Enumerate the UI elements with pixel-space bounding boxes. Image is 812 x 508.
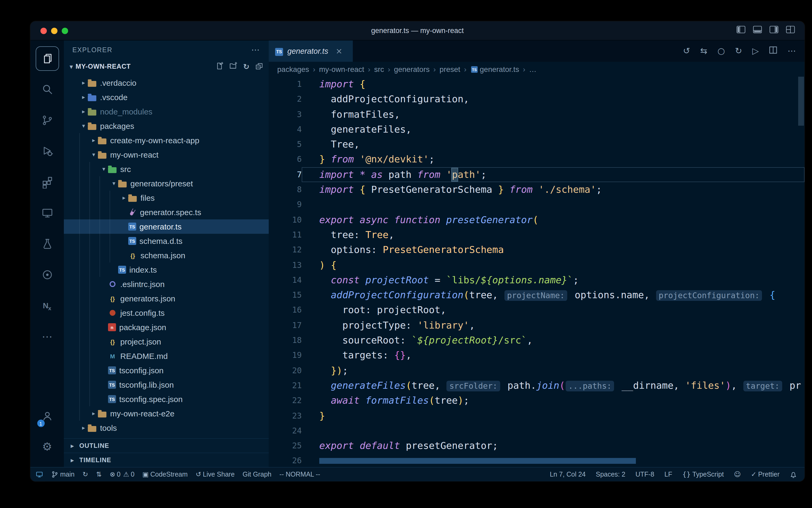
tree-item-schema-d-ts[interactable]: TSschema.d.ts: [64, 234, 269, 248]
breadcrumb-item-[interactable]: …: [529, 65, 536, 74]
activitybar-search[interactable]: [34, 76, 60, 103]
code-line-7[interactable]: 7import * as path from 'path';: [269, 167, 805, 182]
tree-item-jest-config-ts[interactable]: jest.config.ts: [64, 306, 269, 320]
explorer-section-header[interactable]: ▾ MY-OWN-REACT ↻: [64, 59, 269, 74]
refresh-button[interactable]: ↻: [243, 62, 249, 71]
chevron-right-icon[interactable]: ▸: [79, 108, 88, 115]
traffic-light-minimize[interactable]: [51, 28, 57, 34]
line-number[interactable]: 1: [269, 77, 302, 92]
tree-item-readme-md[interactable]: MREADME.md: [64, 349, 269, 363]
line-number[interactable]: 17: [269, 318, 302, 333]
code-line-14[interactable]: 14 const projectRoot = `libs/${options.n…: [269, 272, 805, 288]
code-line-10[interactable]: 10export async function presetGenerator(: [269, 212, 805, 227]
tree-item-tsconfig-spec-json[interactable]: TStsconfig.spec.json: [64, 392, 269, 406]
code-line-18[interactable]: 18 sourceRoot: `${projectRoot}/src`,: [269, 333, 805, 348]
titlebar[interactable]: generator.ts — my-own-react: [30, 21, 805, 40]
line-number[interactable]: 3: [269, 107, 302, 122]
chevron-down-icon[interactable]: ▾: [99, 166, 108, 173]
line-number[interactable]: 2: [269, 92, 302, 107]
code-line-24[interactable]: 24: [269, 423, 805, 438]
code-line-9[interactable]: 9: [269, 197, 805, 212]
more-icon[interactable]: ⋯: [251, 46, 260, 54]
status-remote-host[interactable]: [36, 471, 43, 478]
activitybar-remote-explorer[interactable]: [34, 199, 60, 227]
activitybar-settings[interactable]: ⚙: [34, 433, 60, 461]
line-number[interactable]: 14: [269, 272, 302, 288]
line-number[interactable]: 20: [269, 363, 302, 378]
line-number[interactable]: 4: [269, 122, 302, 137]
breadcrumb-item-preset[interactable]: preset: [439, 65, 460, 74]
activitybar-testing[interactable]: [34, 230, 60, 258]
code-line-5[interactable]: 5 Tree,: [269, 137, 805, 152]
traffic-light-zoom[interactable]: [62, 28, 68, 34]
tree-item-verdaccio[interactable]: ▸.verdaccio: [64, 76, 269, 90]
breadcrumb-item-my-own-react[interactable]: my-own-react: [319, 65, 364, 74]
line-number[interactable]: 16: [269, 303, 302, 318]
activitybar-nx-console[interactable]: Nx: [34, 292, 60, 320]
local-history-button[interactable]: ↺: [683, 46, 690, 56]
code-line-13[interactable]: 13) {: [269, 257, 805, 272]
breadcrumb-item-generators[interactable]: generators: [394, 65, 430, 74]
status-encoding[interactable]: UTF-8: [635, 471, 654, 478]
status-git-graph[interactable]: Git Graph: [243, 471, 271, 478]
chevron-right-icon[interactable]: ▸: [89, 137, 98, 144]
tree-item-generators-json[interactable]: {}generators.json: [64, 291, 269, 306]
tree-item-project-json[interactable]: {}project.json: [64, 334, 269, 349]
code-line-3[interactable]: 3 formatFiles,: [269, 107, 805, 122]
chevron-down-icon[interactable]: ▾: [79, 123, 88, 129]
chevron-right-icon[interactable]: ▸: [79, 79, 88, 86]
activitybar-more-views[interactable]: ⋯: [34, 323, 60, 350]
line-number[interactable]: 5: [269, 137, 302, 152]
code-line-12[interactable]: 12 options: PresetGeneratorSchema: [269, 243, 805, 258]
chevron-down-icon[interactable]: ▾: [89, 151, 98, 158]
line-number[interactable]: 6: [269, 152, 302, 167]
tree-item-generators-preset[interactable]: ▾generators/preset: [64, 176, 269, 190]
views-more-button[interactable]: ⋯: [251, 46, 260, 54]
line-number[interactable]: 26: [269, 454, 302, 467]
activitybar-accounts[interactable]: 1: [34, 402, 60, 430]
line-number[interactable]: 23: [269, 408, 302, 423]
tab-generator-ts[interactable]: TS generator.ts ×: [269, 40, 353, 62]
more-actions-button[interactable]: ⋯: [787, 46, 796, 56]
line-number[interactable]: 19: [269, 348, 302, 363]
codestream-circle-button[interactable]: ○: [718, 46, 725, 56]
chevron-down-icon[interactable]: ▾: [110, 180, 118, 187]
toggle-secondary-sidebar-button[interactable]: [769, 26, 778, 36]
line-number[interactable]: 18: [269, 333, 302, 348]
tree-item-packages[interactable]: ▾packages: [64, 119, 269, 133]
status-git-branch[interactable]: main: [51, 471, 75, 478]
toggle-panel-button[interactable]: [753, 26, 762, 36]
tree-item-my-own-react[interactable]: ▾my-own-react: [64, 147, 269, 162]
status-indentation[interactable]: Spaces: 2: [596, 471, 625, 478]
status-language-mode[interactable]: {}TypeScript: [682, 471, 724, 478]
line-number[interactable]: 7: [269, 167, 302, 182]
code-line-22[interactable]: 22 await formatFiles(tree);: [269, 393, 805, 408]
tree-item-src[interactable]: ▾src: [64, 162, 269, 176]
status-notifications[interactable]: [790, 470, 797, 478]
code-line-16[interactable]: 16 root: projectRoot,: [269, 303, 805, 318]
sync-view-button[interactable]: ↻: [735, 46, 742, 56]
tree-item-tsconfig-lib-json[interactable]: TStsconfig.lib.json: [64, 378, 269, 392]
code-line-23[interactable]: 23}: [269, 408, 805, 423]
tree-item-my-own-react-e2e[interactable]: ▸my-own-react-e2e: [64, 406, 269, 421]
code-line-20[interactable]: 20 });: [269, 363, 805, 378]
tree-item-generator-ts[interactable]: TSgenerator.ts: [64, 219, 269, 234]
tree-item-tsconfig-json[interactable]: TStsconfig.json: [64, 363, 269, 378]
tree-item-create-my-own-react-app[interactable]: ▸create-my-own-react-app: [64, 133, 269, 147]
tree-item-index-ts[interactable]: TSindex.ts: [64, 262, 269, 277]
line-number[interactable]: 13: [269, 257, 302, 272]
status-publish[interactable]: ⇅: [96, 471, 102, 478]
vertical-scrollbar[interactable]: [798, 77, 804, 126]
horizontal-scrollbar[interactable]: [319, 458, 636, 464]
line-number[interactable]: 22: [269, 393, 302, 408]
tree-item-tools[interactable]: ▸tools: [64, 421, 269, 435]
code-line-25[interactable]: 25export default presetGenerator;: [269, 438, 805, 454]
activitybar-run-and-debug[interactable]: [34, 137, 60, 165]
tree-item-package-json[interactable]: npackage.json: [64, 320, 269, 334]
chevron-right-icon[interactable]: ▸: [79, 94, 88, 101]
breadcrumb-item-src[interactable]: src: [374, 65, 384, 74]
new-file-button[interactable]: [216, 62, 224, 71]
chevron-right-icon[interactable]: ▸: [79, 424, 88, 431]
code-line-8[interactable]: 8import { PresetGeneratorSchema } from '…: [269, 182, 805, 197]
line-number[interactable]: 11: [269, 227, 302, 243]
